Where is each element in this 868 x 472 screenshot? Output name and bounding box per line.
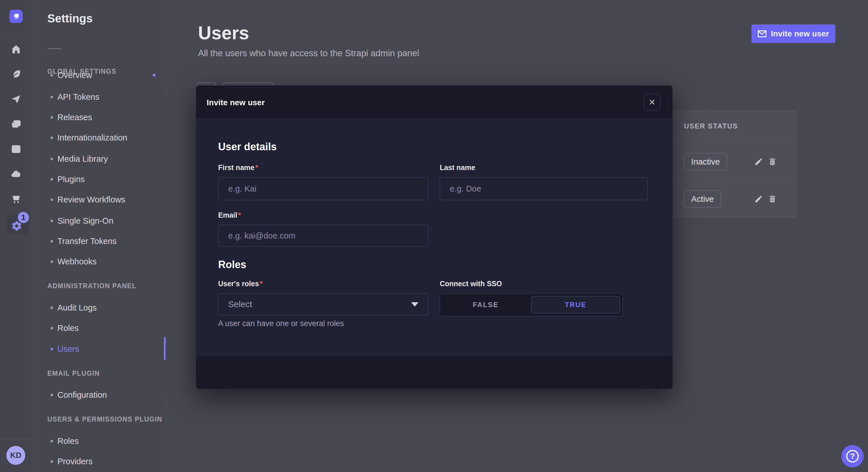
delete-icon[interactable] [765, 154, 780, 169]
section-email-plugin: EMAIL PLUGIN [48, 370, 100, 377]
sso-toggle-true[interactable]: TRUE [531, 296, 620, 313]
sso-toggle: FALSE TRUE [440, 293, 623, 316]
bullet-icon [51, 220, 53, 222]
last-name-field[interactable] [440, 177, 648, 200]
invite-new-user-button[interactable]: Invite new user [751, 24, 835, 43]
status-badge: Inactive [684, 153, 727, 170]
sidebar-item-users[interactable]: Users [32, 340, 165, 358]
users-roles-label: User's roles* [218, 279, 262, 288]
bullet-icon [51, 348, 53, 350]
sidebar-item-api-tokens[interactable]: API Tokens [32, 88, 165, 106]
sso-toggle-false[interactable]: FALSE [440, 294, 531, 316]
sidebar-item-roles-up[interactable]: Roles [32, 432, 165, 450]
settings-notification-badge: 1 [18, 212, 29, 223]
bullet-icon [51, 74, 53, 76]
layout-icon[interactable] [0, 139, 32, 160]
bullet-icon [51, 240, 53, 243]
bullet-icon [51, 440, 53, 442]
page-title: Users [198, 22, 249, 43]
sidebar-item-audit-logs[interactable]: Audit Logs [32, 299, 165, 317]
sidebar-title: Settings [48, 12, 93, 25]
rail-divider-bottom [0, 439, 32, 440]
last-name-label: Last name [440, 164, 475, 172]
bullet-icon [51, 198, 53, 201]
close-button[interactable] [644, 94, 660, 110]
strapi-admin-app: 1 KD Settings GLOBAL SETTINGS Overview A… [0, 0, 868, 472]
bullet-icon [51, 116, 53, 119]
page-subtitle: All the users who have access to the Str… [198, 48, 419, 59]
strapi-logo-icon [12, 12, 20, 21]
roles-heading: Roles [218, 259, 246, 271]
user-details-heading: User details [218, 141, 277, 153]
modal-footer [196, 356, 673, 389]
sidebar-item-providers[interactable]: Providers [32, 452, 165, 471]
sidebar-item-media-library[interactable]: Media Library [32, 150, 165, 168]
cart-icon[interactable] [0, 189, 32, 209]
sidebar-item-roles-admin[interactable]: Roles [32, 319, 165, 337]
envelope-icon [758, 30, 766, 37]
help-button[interactable]: ? [841, 445, 864, 467]
strapi-logo[interactable] [9, 10, 23, 23]
bullet-icon [51, 327, 53, 330]
home-icon[interactable] [0, 39, 32, 60]
bullet-icon [51, 307, 53, 309]
invite-new-user-modal: Invite new user User details First name*… [196, 86, 673, 389]
roles-select[interactable]: Select [218, 293, 429, 315]
chevron-down-icon [411, 302, 418, 307]
sidebar-item-webhooks[interactable]: Webhooks [32, 252, 165, 271]
cloud-icon[interactable] [0, 164, 32, 184]
bullet-icon [51, 158, 53, 160]
delete-icon[interactable] [765, 192, 780, 206]
sidebar-item-releases[interactable]: Releases [32, 108, 165, 127]
first-name-label: First name* [218, 164, 258, 172]
bullet-icon [51, 460, 53, 463]
sidebar-item-review-workflows[interactable]: Review Workflows [32, 191, 165, 209]
required-asterisk: * [254, 164, 258, 171]
first-name-field[interactable] [218, 177, 429, 200]
close-icon [649, 99, 656, 105]
required-asterisk: * [259, 279, 262, 288]
settings-sidebar: Settings GLOBAL SETTINGS Overview API To… [32, 0, 166, 472]
images-icon[interactable] [0, 114, 32, 134]
sidebar-item-overview[interactable]: Overview [32, 66, 165, 84]
bullet-icon [51, 260, 53, 263]
section-administration-panel: ADMINISTRATION PANEL [48, 282, 136, 290]
icon-rail: 1 KD [0, 0, 32, 472]
sidebar-item-transfer-tokens[interactable]: Transfer Tokens [32, 232, 165, 250]
sidebar-item-plugins[interactable]: Plugins [32, 170, 165, 189]
bullet-icon [51, 178, 53, 181]
sidebar-item-single-sign-on[interactable]: Single Sign-On [32, 212, 165, 230]
section-users-permissions-plugin: USERS & PERMISSIONS PLUGIN [48, 415, 162, 423]
bullet-icon [51, 136, 53, 139]
bullet-icon [51, 394, 53, 396]
paper-plane-icon[interactable] [0, 89, 32, 109]
modal-title: Invite new user [207, 98, 265, 107]
user-avatar[interactable]: KD [6, 446, 25, 465]
email-label: Email* [218, 211, 241, 220]
sidebar-item-internationalization[interactable]: Internationalization [32, 129, 165, 147]
feather-icon[interactable] [0, 64, 32, 85]
question-mark-icon: ? [846, 450, 859, 463]
column-header-user-status: USER STATUS [684, 122, 738, 130]
modal-header: Invite new user [196, 86, 673, 119]
connect-with-sso-label: Connect with SSO [440, 279, 502, 288]
sidebar-item-configuration[interactable]: Configuration [32, 386, 165, 404]
status-badge: Active [684, 191, 721, 208]
sidebar-title-divider [48, 48, 61, 49]
notification-dot-icon [153, 74, 156, 76]
bullet-icon [51, 96, 53, 98]
required-asterisk: * [237, 211, 241, 219]
sidebar-scrollbar[interactable] [164, 337, 166, 360]
roles-hint: A user can have one or several roles [218, 319, 344, 328]
rail-divider-top [0, 32, 32, 32]
edit-icon[interactable] [751, 154, 766, 169]
edit-icon[interactable] [751, 192, 766, 206]
email-field[interactable] [218, 225, 429, 247]
